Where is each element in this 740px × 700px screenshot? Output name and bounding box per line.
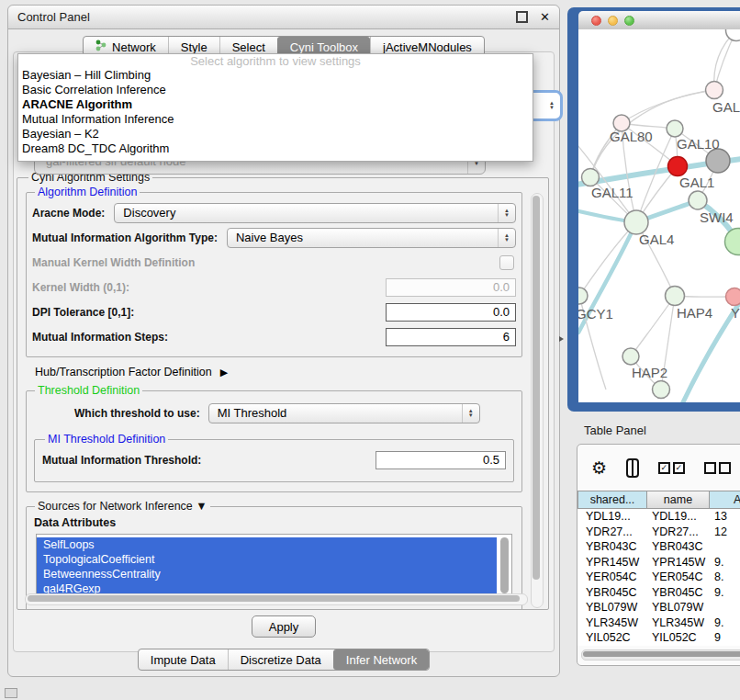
list-scrollbar[interactable]: [500, 537, 509, 593]
mi-steps-field[interactable]: 6: [386, 328, 516, 346]
table-row[interactable]: YLR345W YLR345W 9.: [577, 615, 740, 631]
control-panel: Control Panel ✕ Network Style: [7, 5, 560, 677]
aracne-mode-select[interactable]: Discovery ▲▼: [114, 203, 516, 223]
node-gal11[interactable]: [582, 169, 600, 186]
minimize-window-icon[interactable]: [608, 16, 618, 26]
mi-algorithm-type-label: Mutual Information Algorithm Type:: [32, 231, 218, 244]
columns-icon[interactable]: [626, 458, 639, 478]
control-panel-title: Control Panel: [17, 10, 516, 24]
deselect-all-columns-icon[interactable]: [704, 462, 731, 474]
column-header-clipped[interactable]: A: [710, 491, 740, 509]
cell: YBR045C: [647, 586, 710, 599]
table-row[interactable]: YBR045C YBR045C 9.: [577, 585, 740, 601]
cell: YLR345W: [577, 616, 647, 629]
attribute-item-selected[interactable]: SelfLoops: [37, 537, 497, 552]
kernel-width-field[interactable]: 0.0: [386, 278, 516, 297]
table-row[interactable]: YDL19... YDL19... 13: [577, 509, 740, 525]
settings-vertical-scrollbar[interactable]: [531, 193, 544, 608]
algorithm-popup-prompt: Select algorithm to view settings: [18, 54, 533, 68]
cyni-bottom-tabs: Impute Data Discretize Data Infer Networ…: [8, 649, 559, 671]
node-gal[interactable]: [706, 82, 723, 99]
node-gcy1[interactable]: [578, 288, 588, 304]
splitpane-arrow-icon[interactable]: [559, 336, 564, 342]
tab-discretize-data[interactable]: Discretize Data: [228, 649, 333, 670]
node-gal1-selected[interactable]: [668, 157, 688, 176]
hub-definition-toggle[interactable]: Hub/Transcription Factor Definition ▶: [35, 366, 522, 378]
tab-impute-data[interactable]: Impute Data: [139, 649, 228, 670]
node-label: HAP4: [677, 305, 712, 321]
cyni-algorithm-settings-group: Cyni Algorithm Settings Algorithm Defini…: [17, 171, 549, 610]
node-label: GCY1: [578, 306, 613, 322]
node-swi4[interactable]: [689, 191, 707, 209]
table-row[interactable]: YDR27... YDR27... 12: [577, 525, 740, 540]
mi-threshold-definition-group: MI Threshold Definition Mutual Informati…: [34, 433, 514, 482]
node-label: Y: [731, 305, 740, 321]
mi-threshold-definition-title: MI Threshold Definition: [45, 433, 168, 446]
checked-box-icon: ✓: [673, 462, 685, 474]
network-window-titlebar[interactable]: [578, 11, 740, 30]
mi-algorithm-type-select[interactable]: Naive Bayes ▲▼: [227, 228, 516, 248]
gear-icon[interactable]: ⚙: [591, 459, 607, 477]
table-row[interactable]: YIL052C YIL052C 9: [577, 630, 740, 646]
table-row[interactable]: YPR145W YPR145W 9.: [577, 555, 740, 570]
table-row[interactable]: YBL079W YBL079W: [577, 600, 740, 615]
algorithm-option[interactable]: Bayesian – Hill Climbing: [18, 68, 533, 83]
mi-algorithm-type-value: Naive Bayes: [236, 231, 303, 244]
data-attributes-label: Data Attributes: [34, 516, 516, 529]
tab-infer-network-label: Infer Network: [346, 653, 417, 667]
mi-threshold-field[interactable]: 0.5: [376, 451, 506, 469]
select-all-columns-icon[interactable]: ✓ ✓: [658, 462, 685, 474]
which-threshold-select[interactable]: MI Threshold ▲▼: [208, 403, 480, 423]
sources-toggle[interactable]: Sources for Network Inference ▼: [35, 500, 210, 513]
table-horizontal-scrollbar[interactable]: [581, 649, 740, 660]
algorithm-option[interactable]: Mutual Information Inference: [18, 112, 533, 127]
cell: YDR27...: [577, 525, 647, 538]
table-row[interactable]: YER054C YER054C 8.: [577, 570, 740, 585]
network-canvas[interactable]: GAL GAL80 GAL10 GAL1 GAL11 SWI4 GAL4 GCY…: [578, 29, 740, 402]
node-gal10[interactable]: [667, 120, 683, 137]
tab-discretize-data-label: Discretize Data: [241, 653, 321, 667]
apply-button[interactable]: Apply: [252, 615, 316, 638]
cell: 13: [710, 510, 740, 523]
close-icon[interactable]: ✕: [540, 10, 550, 24]
node-label: SWI4: [700, 209, 734, 225]
stepper-icon: ▲▼: [462, 404, 479, 423]
cell: 8.: [710, 570, 740, 583]
hub-definition-label: Hub/Transcription Factor Definition: [35, 366, 212, 378]
manual-kernel-checkbox[interactable]: [499, 255, 514, 270]
table-row[interactable]: YBR043C YBR043C: [577, 539, 740, 555]
node[interactable]: [653, 381, 670, 399]
zoom-window-icon[interactable]: [624, 16, 634, 26]
stepper-icon: ▲▼: [544, 93, 560, 119]
cell: YIL052C: [647, 631, 710, 644]
algorithm-option-selected[interactable]: ARACNE Algorithm: [18, 97, 533, 112]
attribute-item-selected[interactable]: BetweennessCentrality: [37, 567, 497, 581]
dpi-tolerance-label: DPI Tolerance [0,1]:: [32, 306, 134, 319]
dpi-tolerance-field[interactable]: 0.0: [386, 303, 516, 322]
cell: YPR145W: [577, 556, 647, 569]
cell: 12: [710, 525, 740, 538]
column-header-shared-name[interactable]: shared...: [577, 491, 647, 509]
tab-infer-network[interactable]: Infer Network: [333, 649, 429, 670]
node-salmon[interactable]: [726, 288, 740, 306]
cell: YBR045C: [577, 586, 647, 599]
node-hap2[interactable]: [622, 348, 639, 365]
node-gray[interactable]: [706, 149, 730, 173]
algorithm-option[interactable]: Basic Correlation Inference: [18, 83, 533, 97]
settings-horizontal-scrollbar[interactable]: [25, 593, 528, 605]
which-threshold-value: MI Threshold: [218, 406, 287, 420]
manual-kernel-label: Manual Kernel Width Definition: [32, 256, 195, 269]
data-attributes-list[interactable]: SelfLoops TopologicalCoefficient Between…: [36, 534, 512, 603]
float-panel-icon[interactable]: [516, 11, 528, 23]
algorithm-option[interactable]: Bayesian – K2: [18, 127, 533, 141]
algorithm-option[interactable]: Dream8 DC_TDC Algorithm: [18, 141, 533, 156]
close-window-icon[interactable]: [591, 16, 601, 26]
cell: 9: [710, 631, 740, 644]
attribute-item-selected[interactable]: TopologicalCoefficient: [37, 552, 497, 567]
cell: YBL079W: [647, 601, 710, 614]
column-header-name[interactable]: name: [647, 491, 710, 509]
node-green[interactable]: [725, 229, 740, 255]
node-label: HAP2: [632, 365, 667, 380]
node-hap4[interactable]: [666, 287, 685, 306]
collapse-arrow-icon: ▼: [196, 500, 207, 513]
